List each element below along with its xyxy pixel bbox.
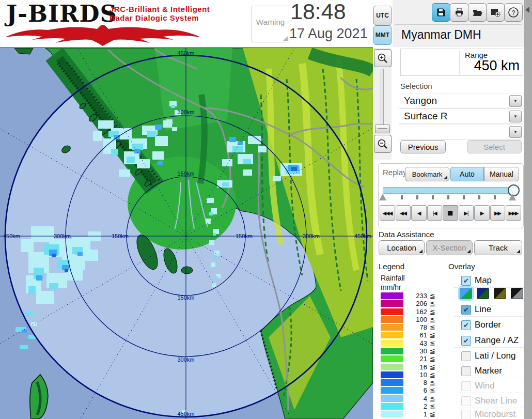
legend-color-swatch xyxy=(381,292,403,299)
chevron-down-icon[interactable]: ▼ xyxy=(509,126,522,138)
overlay-separator xyxy=(454,287,524,288)
auto-button[interactable]: Auto xyxy=(450,167,484,181)
zoom-slider-track[interactable] xyxy=(381,69,384,131)
step-forward-button[interactable]: ▶| xyxy=(459,205,474,221)
legend-value: 43 xyxy=(403,339,427,347)
checkbox-border[interactable]: ✔ xyxy=(461,320,471,330)
overlay-label: Overlay xyxy=(448,262,475,271)
map-style-swatch-4[interactable] xyxy=(511,288,523,299)
legend-row: 10≦ xyxy=(381,371,447,378)
legend-label: Legend xyxy=(379,262,404,271)
overlay-item-label: Wind xyxy=(475,381,495,391)
mmt-button[interactable]: MMT xyxy=(373,25,392,45)
overlay-item-range-az[interactable]: ✔Range / AZ xyxy=(461,335,519,346)
map-style-swatch-3[interactable] xyxy=(494,288,506,299)
overlay-item-label: Map xyxy=(475,275,492,286)
map-style-swatch-2[interactable] xyxy=(477,288,489,299)
header-bar: J-BIRDS JRC-Brilliant & Intelligent Rada… xyxy=(0,0,393,48)
overlay-item-label: Marker xyxy=(475,366,502,376)
legend-color-swatch xyxy=(381,340,403,347)
warning-panel[interactable]: Warning xyxy=(252,6,289,42)
overlay-item-wind[interactable]: Wind xyxy=(461,381,495,391)
overlay-item-line[interactable]: ✔Line xyxy=(461,304,491,315)
checkbox-marker[interactable] xyxy=(461,366,471,376)
overlay-item-lati-long[interactable]: Lati / Long xyxy=(461,351,515,361)
radar-map[interactable]: 450km300km150km150km300km450km450km300km… xyxy=(0,48,373,419)
play-reverse-button[interactable]: ◀ xyxy=(411,205,427,221)
zoom-out-button[interactable] xyxy=(374,135,392,153)
overlay-item-shear-line[interactable]: Shear Line xyxy=(461,396,517,406)
bookmark-button[interactable]: Bookmark xyxy=(405,167,449,181)
legend-color-swatch xyxy=(381,387,403,394)
replay-slider-track[interactable] xyxy=(383,187,517,194)
legend-lte-symbol: ≦ xyxy=(430,355,435,363)
overlay-item-microburst[interactable]: Microburst xyxy=(461,409,515,419)
jump-end-button[interactable]: ▶▶▶ xyxy=(506,205,521,221)
eagle-logo-icon xyxy=(4,24,201,46)
warning-label: Warning xyxy=(252,18,289,26)
selection-label: Selection xyxy=(400,82,432,90)
fast-forward-button[interactable]: ▶▶ xyxy=(490,205,506,221)
overlay-item-marker[interactable]: Marker xyxy=(461,366,502,376)
resize-corner-icon[interactable] xyxy=(283,36,288,41)
legend-color-swatch xyxy=(381,411,403,417)
checkbox-map[interactable]: ✔ xyxy=(461,276,471,286)
legend-color-swatch xyxy=(381,300,403,307)
legend-value: 16 xyxy=(403,363,427,371)
collapse-arrow-icon[interactable] xyxy=(525,7,529,13)
slider-start-marker xyxy=(379,194,386,200)
site-select[interactable]: Yangon ▼ xyxy=(399,93,523,108)
legend-lte-symbol: ≦ xyxy=(430,371,435,379)
chevron-down-icon[interactable]: ▼ xyxy=(509,111,522,122)
checkbox-range-az[interactable]: ✔ xyxy=(461,336,471,346)
checkbox-line[interactable]: ✔ xyxy=(461,305,471,315)
legend-rows: 233≦206≦162≦100≦78≦61≦43≦30≦21≦16≦10≦8≦6… xyxy=(381,292,447,419)
legend-value: 100 xyxy=(403,316,427,323)
utc-button[interactable]: UTC xyxy=(373,6,392,25)
xsection-button[interactable]: X-Section xyxy=(426,240,473,255)
step-back-button[interactable]: |◀ xyxy=(427,205,443,221)
zoom-slider-handle[interactable] xyxy=(375,125,390,133)
overlay-item-border[interactable]: ✔Border xyxy=(461,320,501,330)
overlay-separator xyxy=(454,332,524,332)
jump-start-button[interactable]: ◀◀◀ xyxy=(380,205,395,221)
zoom-in-button[interactable] xyxy=(374,49,392,67)
chevron-down-icon[interactable]: ▼ xyxy=(509,95,522,107)
save-button[interactable] xyxy=(432,3,450,22)
fast-rewind-button[interactable]: ◀◀ xyxy=(396,205,411,221)
previous-button[interactable]: Previous xyxy=(400,140,446,153)
legend-value: 21 xyxy=(403,355,427,363)
slider-tick xyxy=(447,195,449,199)
panel-collapse-strip[interactable] xyxy=(524,0,532,419)
range-ring-label: 300km xyxy=(303,233,320,239)
legend-value: 6 xyxy=(403,386,427,394)
legend-lte-symbol: ≦ xyxy=(430,316,435,323)
legend-value: 233 xyxy=(403,292,427,300)
track-button[interactable]: Track xyxy=(474,240,522,255)
legend-lte-symbol: ≦ xyxy=(430,339,435,347)
stop-button[interactable]: ■ xyxy=(443,205,458,221)
manual-button[interactable]: Manual xyxy=(484,167,519,181)
slider-end-marker xyxy=(509,194,516,200)
checkbox-lati-long[interactable] xyxy=(461,351,471,361)
replay-group: Replay Bookmark Auto Manual ◀◀◀◀◀◀|◀■▶|▶… xyxy=(378,163,524,228)
open-file-button[interactable] xyxy=(468,3,487,22)
legend-lte-symbol: ≦ xyxy=(430,323,435,331)
location-button[interactable]: Location xyxy=(379,240,425,255)
map-style-swatch-1[interactable] xyxy=(460,288,472,299)
slider-tick xyxy=(494,195,496,199)
print-button[interactable] xyxy=(450,3,468,22)
overlay-item-map[interactable]: ✔Map xyxy=(461,275,492,286)
range-ring-label: 300km xyxy=(177,356,194,363)
legend-color-swatch xyxy=(381,395,403,402)
add-image-button[interactable] xyxy=(486,3,505,22)
print-icon xyxy=(454,7,464,18)
help-button[interactable]: ? xyxy=(504,3,523,22)
slider-tick xyxy=(478,195,480,199)
play-button[interactable]: ▶ xyxy=(474,205,490,221)
legend-color-swatch xyxy=(381,332,403,338)
overlay-separator xyxy=(454,316,524,317)
product-select[interactable]: Surface R ▼ xyxy=(399,108,523,124)
select-button[interactable]: Select xyxy=(467,140,522,153)
option-select[interactable]: ▼ xyxy=(399,124,523,139)
